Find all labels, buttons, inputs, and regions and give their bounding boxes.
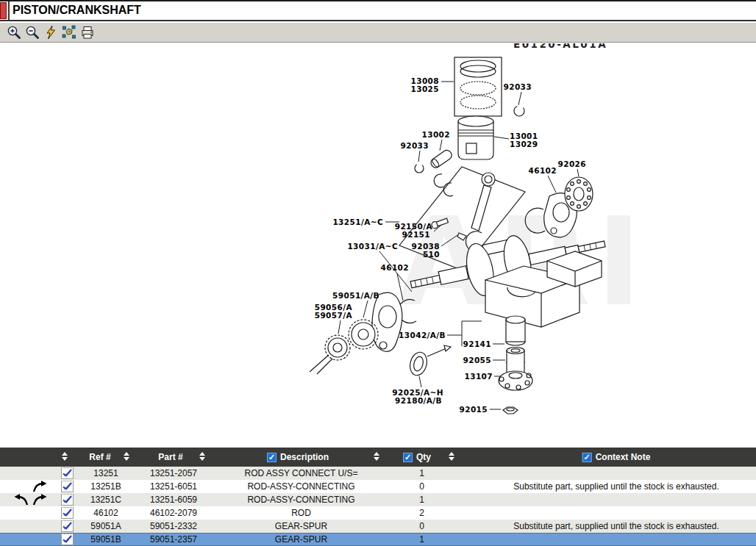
diagram-toolbar <box>0 23 756 43</box>
part-label-92033[interactable]: 92033 <box>503 82 532 91</box>
ref-cell: 13251 <box>79 468 132 478</box>
part-label-92180-a-b[interactable]: 92180/A/B <box>395 396 442 405</box>
table-row[interactable]: 59051B59051-2357GEAR-SPUR1 <box>0 533 756 546</box>
part-label-92026[interactable]: 92026 <box>557 159 586 168</box>
table-row[interactable]: 59051A59051-2332GEAR-SPUR0Substitute par… <box>0 520 756 533</box>
sort-icon[interactable] <box>449 452 454 461</box>
description-cell: ROD-ASSY-CONNECTING <box>215 481 388 492</box>
context-note-checkbox[interactable]: ✓ <box>582 453 592 462</box>
part-label-13042-a-b[interactable]: 13042/A/B <box>399 331 446 340</box>
part-cell: 13251-6051 <box>132 481 215 492</box>
row-icon-cell <box>55 467 79 480</box>
part-cell: 13251-2057 <box>132 468 215 478</box>
part-label-13029[interactable]: 13029 <box>510 140 538 148</box>
edit-note-icon[interactable] <box>61 481 74 492</box>
ref-cell: 59051A <box>79 521 132 531</box>
column-header-description[interactable]: ✓Description <box>267 448 329 467</box>
ref-cell: 46102 <box>79 508 132 518</box>
ref-cell: 13251B <box>79 481 132 492</box>
part-cell: 46102-2079 <box>132 508 215 518</box>
zoom-in-icon[interactable] <box>6 24 22 40</box>
table-row[interactable]: 13251B13251-6051ROD-ASSY-CONNECTING0Subs… <box>0 480 756 493</box>
substitute-from-arrow-icon <box>13 493 30 506</box>
substitute-arrows-cell <box>0 520 55 533</box>
part-label-92055[interactable]: 92055 <box>463 356 491 364</box>
diagram-code: E0120-AL01A <box>513 43 607 50</box>
part-select-icon[interactable] <box>61 24 77 40</box>
table-row[interactable]: 13251C13251-6059ROD-ASSY-CONNECTING1 <box>0 493 756 506</box>
sort-icon[interactable] <box>124 452 129 461</box>
note-cell: Substitute part, supplied until the stoc… <box>456 481 756 492</box>
row-icon-cell <box>55 506 79 520</box>
print-icon[interactable] <box>79 24 96 40</box>
table-row[interactable]: 1325113251-2057ROD ASSY CONNECT U/S=1 <box>0 467 756 480</box>
table-row[interactable]: 4610246102-2079ROD2 <box>0 506 756 520</box>
substitute-arrows-cell <box>0 533 55 546</box>
part-cell: 59051-2332 <box>132 521 215 531</box>
row-icon-cell <box>55 520 79 533</box>
description-cell: ROD ASSY CONNECT U/S= <box>215 468 388 478</box>
part-label-13025[interactable]: 13025 <box>410 85 439 93</box>
edit-note-icon[interactable] <box>61 467 74 479</box>
part-label-13107[interactable]: 13107 <box>464 372 493 381</box>
column-header-part[interactable]: Part # <box>158 448 182 467</box>
substitute-to-arrow-icon <box>31 493 49 506</box>
title-divider <box>8 1 10 20</box>
part-label-92141[interactable]: 92141 <box>463 340 491 348</box>
part-label-92033[interactable]: 92033 <box>400 141 429 150</box>
substitute-arrows-cell <box>0 480 55 493</box>
edit-note-icon[interactable] <box>61 494 74 506</box>
qty-cell: 1 <box>388 534 456 545</box>
parts-diagram: ARI E0120-AL01A <box>0 43 756 448</box>
part-label-510[interactable]: 510 <box>423 250 440 259</box>
ref-cell: 59051B <box>79 534 132 545</box>
qty-cell: 1 <box>388 468 456 478</box>
sort-icon[interactable] <box>199 452 205 461</box>
part-cell: 13251-6059 <box>132 495 215 505</box>
part-label-92151[interactable]: 92151 <box>402 230 430 239</box>
part-label-59051-a-b[interactable]: 59051/A/B <box>332 291 379 300</box>
qty-cell: 2 <box>388 508 456 518</box>
note-cell: Substitute part, supplied until the stoc… <box>456 521 756 531</box>
sort-icon[interactable] <box>374 452 379 461</box>
part-label-13251-a-c[interactable]: 13251/A~C <box>332 218 383 226</box>
diagram-shapes <box>310 57 610 414</box>
page-title: PISTON/CRANKSHAFT <box>13 4 141 17</box>
substitute-arrows-cell <box>0 467 55 480</box>
qty-checkbox[interactable]: ✓ <box>403 453 413 462</box>
part-label-92015[interactable]: 92015 <box>459 405 488 414</box>
title-bar: PISTON/CRANKSHAFT <box>0 1 756 21</box>
part-cell: 59051-2357 <box>132 534 215 545</box>
column-header-ref[interactable]: Ref # <box>89 448 110 467</box>
parts-catalog-window: PISTON/CRANKSHAFT <box>0 0 756 546</box>
diagram-area: ARI E0120-AL01A <box>0 43 756 448</box>
part-label-46102[interactable]: 46102 <box>380 263 409 272</box>
substitute-to-arrow-icon <box>31 480 49 493</box>
substitute-arrows-cell <box>0 493 55 506</box>
parts-table: Ref # Part # ✓Description ✓Qty ✓Context … <box>0 448 756 546</box>
qty-cell: 1 <box>388 495 456 505</box>
edit-note-icon[interactable] <box>61 534 74 545</box>
description-checkbox[interactable]: ✓ <box>267 453 277 462</box>
window-edge-fragment <box>0 2 7 19</box>
description-cell: ROD-ASSY-CONNECTING <box>215 495 388 505</box>
row-icon-cell <box>55 480 79 493</box>
part-label-13031-a-c[interactable]: 13031/A~C <box>347 242 398 251</box>
description-cell: GEAR-SPUR <box>215 534 388 545</box>
sort-icon[interactable] <box>62 452 68 461</box>
part-label-46102[interactable]: 46102 <box>528 166 557 175</box>
ref-cell: 13251C <box>79 495 132 505</box>
column-header-qty[interactable]: ✓Qty <box>403 448 431 467</box>
edit-note-icon[interactable] <box>61 520 74 532</box>
part-label-13002[interactable]: 13002 <box>421 130 450 139</box>
description-cell: GEAR-SPUR <box>215 521 388 531</box>
zoom-out-icon[interactable] <box>24 24 40 40</box>
substitute-arrows-cell <box>0 506 55 520</box>
part-label-59057-a[interactable]: 59057/A <box>315 311 353 320</box>
qty-cell: 0 <box>388 481 456 492</box>
hotspot-lightning-icon[interactable] <box>43 24 59 40</box>
column-header-context-note[interactable]: ✓Context Note <box>582 448 651 467</box>
qty-cell: 0 <box>388 521 456 531</box>
row-icon-cell <box>55 533 79 546</box>
edit-note-icon[interactable] <box>61 507 74 519</box>
